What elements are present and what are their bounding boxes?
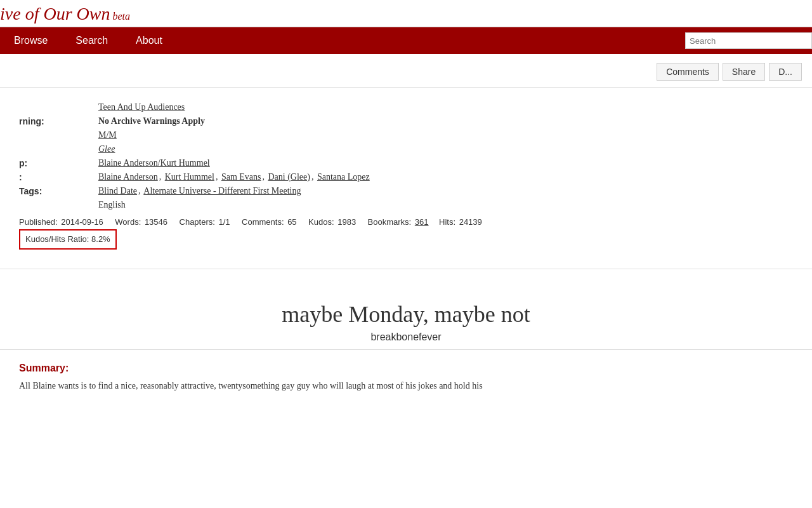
meta-label-tags: Tags: (0, 184, 98, 198)
published-label: Published: (19, 217, 60, 227)
meta-value-category: M/M (98, 128, 793, 142)
hits-label: Hits: (439, 217, 458, 227)
fandom-tag[interactable]: Glee (98, 144, 115, 154)
hits-value: 24139 (459, 217, 482, 227)
kudos-value: 1983 (337, 217, 356, 227)
meta-row-tags: Tags: Blind Date, Alternate Universe - D… (0, 184, 793, 198)
bookmarks-link[interactable]: 361 (415, 217, 429, 227)
meta-label-fandom (0, 142, 98, 156)
meta-value-relationship: Blaine Anderson/Kurt Hummel (98, 156, 793, 170)
summary-label: Summary: (19, 363, 793, 374)
meta-value-characters: Blaine Anderson, Kurt Hummel, Sam Evans,… (98, 170, 793, 184)
spacer3 (233, 217, 238, 227)
character-tag-3[interactable]: Dani (Glee) (268, 172, 310, 182)
summary-section: Summary: All Blaine wants is to find a n… (0, 350, 812, 406)
meta-value-rating: Teen And Up Audiences (98, 100, 793, 114)
nav-bar: Browse Search About (0, 27, 812, 54)
meta-label-relationship: p: (0, 156, 98, 170)
nav-about[interactable]: About (122, 27, 176, 54)
warning-tag[interactable]: No Archive Warnings Apply (98, 116, 205, 126)
additional-tag-0[interactable]: Blind Date (98, 186, 137, 196)
meta-row-category: M/M (0, 128, 793, 142)
published-value: 2014-09-16 (61, 217, 103, 227)
kudos-hits-ratio: Kudos/Hits Ratio: 8.2% (19, 229, 117, 249)
nav-search[interactable]: Search (62, 27, 122, 54)
meta-row-warning: rning: No Archive Warnings Apply (0, 114, 793, 128)
search-input[interactable] (685, 32, 812, 49)
character-tag-0[interactable]: Blaine Anderson (98, 172, 158, 182)
category-tag[interactable]: M/M (98, 130, 117, 140)
metadata-section: Teen And Up Audiences rning: No Archive … (0, 88, 812, 262)
site-beta-label: beta (112, 11, 130, 22)
site-title[interactable]: ive of Our Ownbeta (0, 4, 130, 24)
meta-value-tags: Blind Date, Alternate Universe - Differe… (98, 184, 793, 198)
nav-search-box (685, 32, 812, 49)
spacer1 (107, 217, 111, 227)
meta-label-rating (0, 100, 98, 114)
site-title-text: ive of Our Own (0, 4, 110, 23)
spacer5 (360, 217, 364, 227)
comments-button[interactable]: Comments (657, 63, 719, 81)
meta-row-language: English (0, 198, 793, 212)
spacer2 (171, 217, 176, 227)
relationship-tag[interactable]: Blaine Anderson/Kurt Hummel (98, 158, 210, 168)
share-button[interactable]: Share (723, 63, 765, 81)
meta-label-characters: : (0, 170, 98, 184)
meta-value-fandom: Glee (98, 142, 793, 156)
chapters-label: Chapters: (180, 217, 218, 227)
meta-table: Teen And Up Audiences rning: No Archive … (0, 100, 793, 212)
character-tag-2[interactable]: Sam Evans (221, 172, 261, 182)
meta-value-warning: No Archive Warnings Apply (98, 114, 793, 128)
relationship-label-text: p: (19, 158, 27, 168)
meta-label-warning: rning: (0, 114, 98, 128)
chapters-value: 1/1 (219, 217, 230, 227)
language-value: English (98, 200, 126, 210)
kudos-label: Kudos: (308, 217, 336, 227)
character-tag-1[interactable]: Kurt Hummel (165, 172, 214, 182)
tags-label-text: Tags: (19, 186, 42, 196)
action-bar: Comments Share D... (0, 54, 812, 88)
meta-label-language (0, 198, 98, 212)
words-value: 13546 (145, 217, 167, 227)
stats-row: Published: 2014-09-16 Words: 13546 Chapt… (0, 212, 793, 250)
words-label: Words: (115, 217, 143, 227)
meta-row-characters: : Blaine Anderson, Kurt Hummel, Sam Evan… (0, 170, 793, 184)
meta-row-relationship: p: Blaine Anderson/Kurt Hummel (0, 156, 793, 170)
section-divider (0, 269, 812, 269)
story-header: maybe Monday, maybe not breakbonefever (0, 276, 812, 350)
warning-label-text: rning: (19, 116, 44, 126)
meta-value-language: English (98, 198, 793, 212)
character-tag-4[interactable]: Santana Lopez (317, 172, 370, 182)
story-title: maybe Monday, maybe not (13, 301, 799, 328)
characters-label-text: : (19, 172, 22, 182)
meta-row-rating: Teen And Up Audiences (0, 100, 793, 114)
summary-text: All Blaine wants is to find a nice, reas… (19, 379, 793, 393)
meta-label-category (0, 128, 98, 142)
story-author[interactable]: breakbonefever (13, 331, 799, 343)
additional-tag-1[interactable]: Alternate Universe - Different First Mee… (143, 186, 301, 196)
site-header: ive of Our Ownbeta (0, 0, 812, 27)
nav-browse[interactable]: Browse (0, 27, 62, 54)
rating-tag[interactable]: Teen And Up Audiences (98, 102, 185, 112)
bookmarks-label: Bookmarks: (368, 217, 414, 227)
download-button[interactable]: D... (769, 63, 802, 81)
comments-value: 65 (287, 217, 296, 227)
meta-row-fandom: Glee (0, 142, 793, 156)
spacer6 (431, 217, 435, 227)
spacer4 (300, 217, 304, 227)
comments-label: Comments: (242, 217, 286, 227)
